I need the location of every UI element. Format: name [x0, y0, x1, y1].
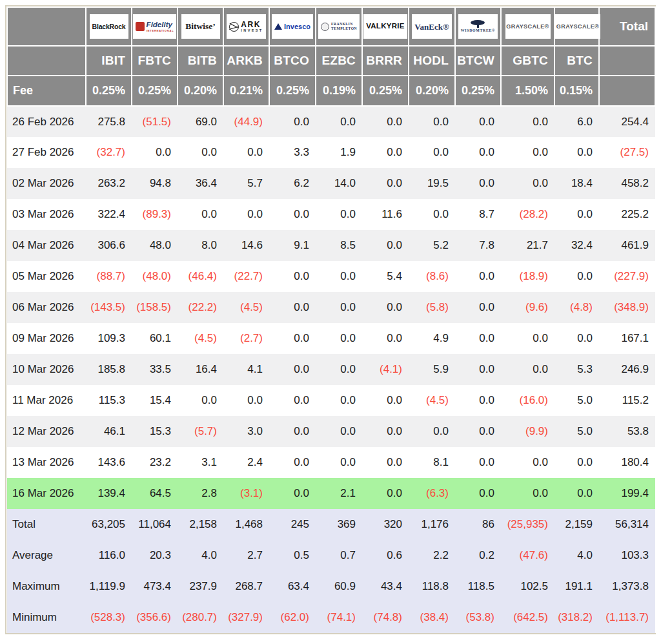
provider-header-brrr: VALKYRIE: [362, 7, 409, 46]
blackrock-logo: BlackRock: [90, 14, 128, 39]
row-total: 199.4: [599, 478, 655, 509]
cell: (8.6): [409, 261, 455, 292]
cell: 2.2: [409, 540, 455, 571]
cell: 0.0: [269, 199, 316, 230]
cell: 6.0: [554, 106, 599, 137]
etf-flow-table-container: BlackRockFidelityINTERNATIONALBitwise’AR…: [5, 5, 656, 634]
fidelity-logo: FidelityINTERNATIONAL: [133, 14, 177, 39]
cell: 1,468: [223, 509, 269, 540]
ticker-header-bitb: BITB: [178, 46, 223, 76]
logo-text: FRANKLINTEMPLETON: [331, 23, 357, 30]
row-total: 53.8: [599, 416, 655, 447]
fee-value: 0.25%: [269, 76, 316, 106]
date-cell: 05 Mar 2026: [7, 261, 86, 292]
table-row: 13 Mar 2026143.623.23.12.40.00.00.08.10.…: [7, 447, 655, 478]
cell: 5.4: [362, 261, 409, 292]
ark-circle-icon: [229, 22, 239, 32]
row-total: 1,373.8: [599, 571, 655, 602]
logo-sub-text: TEMPLETON: [331, 27, 357, 31]
table-row: 16 Mar 2026139.464.52.8(3.1)0.02.10.0(6.…: [7, 478, 655, 509]
provider-header-gbtc: GRAYSCALE®: [501, 7, 554, 46]
ticker-header-brrr: BRRR: [362, 46, 409, 76]
ticker-header-btco: BTCO: [269, 46, 316, 76]
cell: 60.9: [316, 571, 362, 602]
summary-row: Average116.020.34.02.70.50.70.62.20.2(47…: [7, 540, 655, 571]
row-total: (1,113.7): [599, 602, 655, 633]
vaneck-logo: VanEck®: [412, 14, 451, 39]
logo-sub-text: INTERNATIONAL: [147, 30, 174, 32]
cell: 0.0: [316, 106, 362, 137]
cell: 7.8: [455, 230, 501, 261]
cell: (38.4): [409, 602, 455, 633]
cell: 102.5: [501, 571, 554, 602]
cell: 0.0: [362, 323, 409, 354]
cell: 118.5: [455, 571, 501, 602]
cell: (89.3): [132, 199, 178, 230]
cell: (6.3): [409, 478, 455, 509]
logo-text: Invesco: [284, 23, 310, 30]
cell: 14.0: [316, 168, 362, 199]
cell: (22.7): [223, 261, 269, 292]
logo-main-text: VanEck®: [414, 23, 449, 31]
row-total: 246.9: [599, 354, 655, 385]
corner-cell: [7, 7, 86, 46]
cell: 0.0: [316, 385, 362, 416]
provider-header-btcw: WISDOMTREE®: [455, 7, 501, 46]
cell: 0.0: [269, 416, 316, 447]
cell: 23.2: [132, 447, 178, 478]
cell: 16.4: [178, 354, 223, 385]
cell: 11.6: [362, 199, 409, 230]
provider-header-bitb: Bitwise’: [178, 7, 223, 46]
cell: 268.7: [223, 571, 269, 602]
cell: 0.0: [316, 447, 362, 478]
flow-rows: 26 Feb 2026275.8(51.5)69.0(44.9)0.00.00.…: [7, 106, 655, 509]
cell: (48.0): [132, 261, 178, 292]
cell: 33.5: [132, 354, 178, 385]
cell: 5.7: [223, 168, 269, 199]
provider-row: BlackRockFidelityINTERNATIONALBitwise’AR…: [7, 7, 655, 46]
cell: 0.0: [455, 354, 501, 385]
cell: 3.1: [178, 447, 223, 478]
cell: 8.1: [409, 447, 455, 478]
cell: 32.4: [554, 230, 599, 261]
logo-main-text: FRANKLIN: [331, 23, 353, 26]
franklin-logo: FRANKLINTEMPLETON: [318, 14, 360, 39]
table-header: BlackRockFidelityINTERNATIONALBitwise’AR…: [7, 7, 655, 106]
table-row: 06 Mar 2026(143.5)(158.5)(22.2)(4.5)0.00…: [7, 292, 655, 323]
cell: (4.5): [409, 385, 455, 416]
franklin-portrait-icon: [321, 23, 329, 31]
provider-header-ezbc: FRANKLINTEMPLETON: [316, 7, 362, 46]
row-total: 461.9: [599, 230, 655, 261]
cell: 5.0: [554, 385, 599, 416]
cell: 0.0: [554, 261, 599, 292]
cell: 48.0: [132, 230, 178, 261]
row-total: 458.2: [599, 168, 655, 199]
date-cell: 06 Mar 2026: [7, 292, 86, 323]
summary-label: Maximum: [7, 571, 86, 602]
cell: 3.3: [269, 137, 316, 168]
fee-label: Fee: [7, 76, 86, 106]
grayscale-logo: GRAYSCALE®: [505, 14, 551, 39]
date-cell: 09 Mar 2026: [7, 323, 86, 354]
cell: 0.0: [455, 323, 501, 354]
cell: 15.4: [132, 385, 178, 416]
cell: 143.6: [86, 447, 132, 478]
logo-text: VALKYRIE: [366, 23, 405, 30]
cell: 275.8: [86, 106, 132, 137]
cell: 0.0: [269, 447, 316, 478]
cell: 9.1: [269, 230, 316, 261]
cell: 139.4: [86, 478, 132, 509]
cell: 0.0: [554, 478, 599, 509]
fee-total-spacer: [599, 76, 655, 106]
cell: (528.3): [86, 602, 132, 633]
cell: 0.0: [554, 323, 599, 354]
provider-header-arkb: ARKINVEST: [223, 7, 269, 46]
cell: 46.1: [86, 416, 132, 447]
cell: 0.0: [501, 106, 554, 137]
cell: (4.8): [554, 292, 599, 323]
cell: 0.0: [501, 323, 554, 354]
cell: 0.0: [455, 261, 501, 292]
cell: 18.4: [554, 168, 599, 199]
cell: 1.9: [316, 137, 362, 168]
fee-value: 1.50%: [501, 76, 554, 106]
